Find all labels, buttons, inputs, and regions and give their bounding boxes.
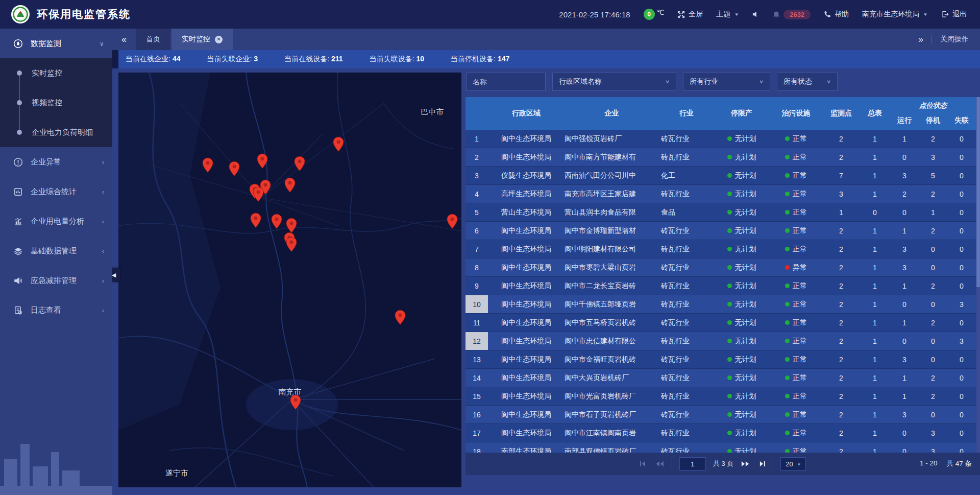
table-row[interactable]: 13阆中生态环境局阆中市金福旺页岩机砖砖瓦行业无计划正常21300 xyxy=(465,350,976,369)
table-row[interactable]: 1阆中生态环境局阆中强锐页岩砖厂砖瓦行业无计划正常21120 xyxy=(465,130,976,148)
table-row[interactable]: 17阆中生态环境局阆中市江南镇阆南页岩砖瓦行业无计划正常21030 xyxy=(465,424,976,442)
table-row[interactable]: 15阆中生态环境局阆中市光富页岩机砖厂砖瓦行业无计划正常21120 xyxy=(465,387,976,406)
cell-monitor-points: 2 xyxy=(823,222,860,240)
cell-production-limit: 无计划 xyxy=(714,130,769,148)
cell-total-meters: 1 xyxy=(860,167,890,184)
fullscreen-button[interactable]: 全屏 xyxy=(677,10,703,19)
sidebar-subitem-0-1[interactable]: 视频监控 xyxy=(0,88,112,117)
cell-stopped-count: 0 xyxy=(919,295,947,313)
cell-index: 6 xyxy=(465,222,488,240)
cell-index: 8 xyxy=(465,258,488,276)
chevron-left-icon: ‹ xyxy=(102,247,104,255)
mute-speaker-button[interactable] xyxy=(752,11,760,18)
cell-monitor-points: 2 xyxy=(823,350,860,368)
sidebar-subitem-0-2[interactable]: 企业电力负荷明细 xyxy=(0,117,112,147)
status-dot-icon xyxy=(785,155,790,159)
table-row[interactable]: 2阆中生态环境局阆中市南方节能建材有砖瓦行业无计划正常21030 xyxy=(465,148,976,167)
org-dropdown[interactable]: 南充市生态环境局 ▼ xyxy=(862,10,928,19)
tabs-scroll-right-button[interactable]: » xyxy=(918,34,923,45)
pagination-bar: 共 3 页 20 ∨ 1 - 20 共 47 条 xyxy=(465,453,980,475)
cell-index: 4 xyxy=(465,185,488,203)
page-size-select[interactable]: 20 ∨ xyxy=(780,457,806,470)
table-row[interactable]: 7阆中生态环境局阆中明阳建材有限公司砖瓦行业无计划正常21300 xyxy=(465,240,976,258)
map-pin-icon[interactable] xyxy=(250,213,262,228)
cell-production-limit: 无计划 xyxy=(714,332,769,350)
cell-industry: 砖瓦行业 xyxy=(659,369,714,387)
logout-button[interactable]: 退出 xyxy=(941,10,967,19)
sidebar-item-4[interactable]: 基础数据管理‹ xyxy=(0,236,112,266)
name-filter-input[interactable] xyxy=(466,73,546,91)
sidebar-item-5[interactable]: 应急减排管理‹ xyxy=(0,266,112,295)
cell-region: 阆中生态环境局 xyxy=(488,369,565,387)
cell-industry: 砖瓦行业 xyxy=(659,222,714,240)
col-header-5: 监测点 xyxy=(823,97,860,130)
industry-filter-select[interactable]: 所有行业 ∨ xyxy=(683,73,770,91)
sidebar-item-2[interactable]: 企业综合统计‹ xyxy=(0,177,112,206)
fullscreen-label: 全屏 xyxy=(689,10,703,19)
theme-dropdown[interactable]: 主题 ▼ xyxy=(716,10,739,19)
table-row[interactable]: 18南部生态环境局南部县双佛镇页岩砖厂砖瓦行业无计划正常21030 xyxy=(465,442,976,453)
cell-region: 阆中生态环境局 xyxy=(488,424,565,442)
table-row[interactable]: 4高坪生态环境局南充市高坪区王家店建砖瓦行业无计划正常31220 xyxy=(465,185,976,203)
first-page-button[interactable] xyxy=(640,461,648,467)
sidebar-item-6[interactable]: 日志查看‹ xyxy=(0,295,112,325)
prev-page-button[interactable] xyxy=(655,461,665,467)
last-page-button[interactable] xyxy=(757,461,766,467)
cell-lost-count: 0 xyxy=(947,130,976,148)
map-pin-icon[interactable] xyxy=(257,153,268,169)
cell-stopped-count: 2 xyxy=(919,222,947,240)
table-row[interactable]: 8阆中生态环境局阆中市枣碧大梁山页岩砖瓦行业无计划异常21300 xyxy=(465,258,976,277)
table-scrollbar[interactable] xyxy=(976,97,980,453)
sidebar-item-1[interactable]: 企业异常‹ xyxy=(0,147,112,177)
map-pin-icon[interactable] xyxy=(252,186,264,202)
table-row[interactable]: 16阆中生态环境局阆中市石子页岩机砖厂砖瓦行业无计划正常21300 xyxy=(465,406,976,424)
map-pin-icon[interactable] xyxy=(285,237,297,252)
cell-total-meters: 1 xyxy=(860,387,890,405)
region-filter-select[interactable]: 行政区域名称 ∨ xyxy=(552,73,676,91)
map-pin-icon[interactable] xyxy=(289,394,301,410)
table-row[interactable]: 6阆中生态环境局阆中市金博瑞新型墙材砖瓦行业无计划正常21120 xyxy=(465,222,976,240)
tab-1[interactable]: 实时监控✕ xyxy=(172,29,233,50)
tab-0[interactable]: 首页 xyxy=(136,29,170,50)
table-row[interactable]: 12阆中生态环境局阆中市忠信建材有限公砖瓦行业无计划正常21003 xyxy=(465,332,976,350)
next-page-button[interactable] xyxy=(741,461,750,467)
map-pin-icon[interactable] xyxy=(229,161,240,177)
map-pin-icon[interactable] xyxy=(294,156,306,172)
map-pin-icon[interactable] xyxy=(446,214,458,229)
col-header-6: 总表 xyxy=(860,97,890,130)
help-button[interactable]: 帮助 xyxy=(824,10,849,19)
map[interactable]: 巴中市南充市遂宁市 xyxy=(118,73,461,487)
cell-region: 南部生态环境局 xyxy=(488,442,565,453)
main-content: 巴中市南充市遂宁市 ◀ 行政区域名称 ∨ 所有行业 ∨ 所有状态 ∨ 行 xyxy=(112,68,980,495)
map-pin-icon[interactable] xyxy=(332,136,344,152)
table-row[interactable]: 5营山生态环境局营山县润丰肉食品有限食品无计划正常10010 xyxy=(465,203,976,222)
table-row[interactable]: 11阆中生态环境局阆中市五马桥页岩机砖砖瓦行业无计划正常21120 xyxy=(465,314,976,332)
sidebar-subitem-0-0[interactable]: 实时监控 xyxy=(0,58,112,88)
sidebar-item-0[interactable]: 数据监测∨ xyxy=(0,29,112,58)
table-row[interactable]: 10阆中生态环境局阆中千佛镇五郎垭页岩砖瓦行业无计划正常21003 xyxy=(465,295,976,314)
page-number-input[interactable] xyxy=(679,457,706,470)
map-pin-icon[interactable] xyxy=(286,218,298,233)
map-pin-icon[interactable] xyxy=(271,214,283,229)
cell-stopped-count: 5 xyxy=(919,167,947,184)
close-operations-button[interactable]: 关闭操作 xyxy=(940,35,969,44)
map-pin-icon[interactable] xyxy=(284,177,296,193)
cell-region: 阆中生态环境局 xyxy=(488,314,565,332)
cell-running-count: 1 xyxy=(890,314,919,332)
map-pin-icon[interactable] xyxy=(394,310,406,325)
status-dot-icon xyxy=(785,375,790,380)
notifications[interactable]: 2632 xyxy=(773,10,811,19)
cell-pollution-facility: 正常 xyxy=(769,203,823,221)
close-icon[interactable]: ✕ xyxy=(215,36,223,43)
status-dot-icon xyxy=(727,412,732,417)
status-filter-select[interactable]: 所有状态 ∨ xyxy=(777,73,838,91)
table-row[interactable]: 9阆中生态环境局阆中市二龙长宝页岩砖砖瓦行业无计划正常21120 xyxy=(465,277,976,295)
cell-running-count: 3 xyxy=(890,350,919,368)
stat-value: 147 xyxy=(498,55,509,63)
sidebar-item-3[interactable]: 企业用电量分析‹ xyxy=(0,206,112,236)
map-pin-icon[interactable] xyxy=(202,157,214,173)
scrollbar-thumb[interactable] xyxy=(976,97,980,287)
table-row[interactable]: 14阆中生态环境局阆中大兴页岩机砖厂砖瓦行业无计划正常21120 xyxy=(465,369,976,387)
tabs-scroll-left-button[interactable]: « xyxy=(112,29,136,50)
table-row[interactable]: 3仪陇生态环境局西南油气田分公司川中化工无计划正常71350 xyxy=(465,167,976,185)
